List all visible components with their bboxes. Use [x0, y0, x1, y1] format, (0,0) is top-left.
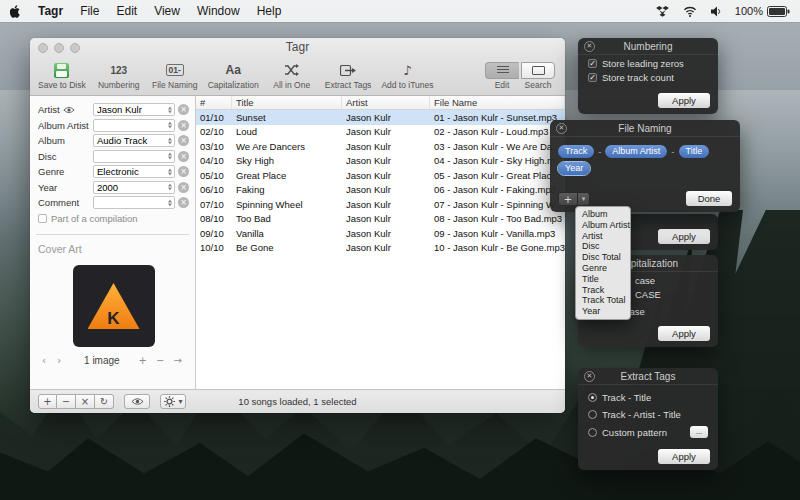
menu-view[interactable]: View [154, 4, 180, 18]
clear-comment-button[interactable]: × [178, 197, 189, 208]
search-segment[interactable] [521, 62, 555, 79]
menu-item-disc[interactable]: Disc [576, 241, 630, 252]
table-row[interactable]: 07/10Spinning WheelJason Kulr07 - Jason … [196, 197, 565, 212]
clear-genre-button[interactable]: × [178, 166, 189, 177]
eye-icon[interactable] [63, 106, 75, 114]
token-title[interactable]: Title [679, 145, 710, 158]
actions-gear-button[interactable]: ▾ [160, 394, 186, 409]
track-title-radio[interactable] [588, 393, 597, 402]
panel-divider [36, 234, 189, 235]
extract-apply-button[interactable]: Apply [658, 449, 710, 464]
remove-songs-button[interactable]: − [57, 394, 76, 409]
token-track[interactable]: Track [558, 145, 594, 158]
table-row[interactable]: 03/10We Are DancersJason Kulr03 - Jason … [196, 139, 565, 154]
add-token-dropdown-icon[interactable]: ▾ [578, 192, 590, 206]
album-combo[interactable]: Audio Track [93, 134, 175, 147]
track-artist-title-radio[interactable] [588, 410, 597, 419]
close-icon[interactable]: ✕ [556, 123, 567, 134]
numbering-button[interactable]: 123 Numbering [96, 62, 142, 90]
album-artist-combo[interactable] [93, 119, 175, 132]
hidden-panel-apply-button[interactable]: Apply [658, 229, 710, 244]
edit-segment[interactable] [485, 62, 519, 79]
table-row[interactable]: 08/10Too BadJason Kulr08 - Jason Kulr - … [196, 212, 565, 227]
preview-eye-button[interactable] [124, 394, 150, 409]
close-button[interactable] [38, 43, 48, 53]
table-row[interactable]: 01/10SunsetJason Kulr01 - Jason Kulr - S… [196, 110, 565, 125]
col-title[interactable]: Title [232, 96, 342, 109]
menu-app-name[interactable]: Tagr [38, 4, 63, 18]
close-icon[interactable]: ✕ [584, 41, 595, 52]
table-row[interactable]: 05/10Great PlaceJason Kulr05 - Jason Kul… [196, 168, 565, 183]
clear-year-button[interactable]: × [178, 182, 189, 193]
done-button[interactable]: Done [686, 191, 732, 206]
extract-tags-button[interactable]: Extract Tags [325, 62, 372, 90]
menu-item-title[interactable]: Title [576, 274, 630, 285]
zoom-button[interactable] [70, 43, 80, 53]
token-album-artist[interactable]: Album Artist [605, 145, 667, 158]
col-artist[interactable]: Artist [342, 96, 430, 109]
all-in-one-button[interactable]: All in One [269, 62, 315, 90]
clear-album-button[interactable]: × [178, 135, 189, 146]
menu-file[interactable]: File [80, 4, 99, 18]
table-row[interactable]: 06/10FakingJason Kulr06 - Jason Kulr - F… [196, 183, 565, 198]
volume-icon[interactable] [711, 6, 723, 17]
clear-album-artist-button[interactable]: × [178, 120, 189, 131]
file-naming-button[interactable]: 01- File Naming [152, 62, 198, 90]
clear-songs-button[interactable]: × [76, 394, 95, 409]
field-row-year: Year 2000 × [38, 181, 189, 194]
artist-combo[interactable]: Jason Kulr [93, 103, 175, 116]
custom-pattern-radio[interactable] [588, 428, 597, 437]
track-count-checkbox[interactable]: ✓ [588, 73, 597, 82]
cover-art-image[interactable]: K [73, 265, 155, 347]
compilation-checkbox[interactable] [38, 214, 47, 223]
save-to-disk-button[interactable]: Save to Disk [38, 62, 86, 90]
minimize-button[interactable] [54, 43, 64, 53]
menu-item-track-total[interactable]: Track Total [576, 295, 630, 306]
clear-disc-button[interactable]: × [178, 151, 189, 162]
menu-item-album[interactable]: Album [576, 209, 630, 220]
capitalization-button[interactable]: Aa Capitalization [208, 62, 259, 90]
title-bar[interactable]: Tagr [30, 38, 565, 56]
table-row[interactable]: 10/10Be GoneJason Kulr10 - Jason Kulr - … [196, 241, 565, 256]
add-token-button[interactable]: + [558, 192, 578, 206]
reload-button[interactable]: ↻ [95, 394, 114, 409]
numbering-apply-button[interactable]: Apply [658, 93, 710, 108]
prev-next-image-buttons[interactable]: ‹ › [42, 355, 65, 366]
token-year[interactable]: Year [558, 162, 590, 175]
close-icon[interactable]: ✕ [584, 371, 595, 382]
col-number[interactable]: # [196, 96, 232, 109]
menu-item-album-artist[interactable]: Album Artist [576, 220, 630, 231]
track-artist-title-option[interactable]: Track - Artist - Title [578, 403, 718, 420]
menu-help[interactable]: Help [257, 4, 282, 18]
col-filename[interactable]: File Name [430, 96, 565, 109]
menu-item-genre[interactable]: Genre [576, 263, 630, 274]
disc-combo[interactable] [93, 150, 175, 163]
genre-combo[interactable]: Electronic [93, 165, 175, 178]
dropbox-icon[interactable] [656, 6, 669, 17]
menu-item-track[interactable]: Track [576, 285, 630, 296]
custom-pattern-more-button[interactable]: ... [690, 426, 708, 438]
numbering-panel: ✕ Numbering ✓ Store leading zeros ✓ Stor… [578, 38, 718, 114]
add-songs-button[interactable]: + [38, 394, 57, 409]
table-row[interactable]: 02/10LoudJason Kulr02 - Jason Kulr - Lou… [196, 125, 565, 140]
capitalization-apply-button[interactable]: Apply [658, 326, 710, 341]
comment-combo[interactable] [93, 196, 175, 209]
wifi-icon[interactable] [683, 6, 697, 17]
track-title-option[interactable]: Track - Title [578, 385, 718, 403]
custom-pattern-option[interactable]: Custom pattern ... [578, 420, 718, 438]
table-row[interactable]: 09/10VanillaJason Kulr09 - Jason Kulr - … [196, 226, 565, 241]
menu-item-year[interactable]: Year [576, 306, 630, 317]
add-to-itunes-button[interactable]: ♪ Add to iTunes [381, 62, 433, 90]
token-field[interactable]: Track - Album Artist - Title Year [550, 137, 740, 175]
battery-icon[interactable] [767, 6, 790, 17]
apple-menu-icon[interactable] [10, 5, 21, 18]
menu-window[interactable]: Window [197, 4, 240, 18]
menu-edit[interactable]: Edit [116, 4, 137, 18]
leading-zeros-checkbox[interactable]: ✓ [588, 59, 597, 68]
year-combo[interactable]: 2000 [93, 181, 175, 194]
menu-item-disc-total[interactable]: Disc Total [576, 252, 630, 263]
menu-item-artist[interactable]: Artist [576, 231, 630, 242]
add-remove-image-buttons[interactable]: + − → [139, 355, 186, 366]
clear-artist-button[interactable]: × [178, 104, 189, 115]
table-row[interactable]: 04/10Sky HighJason Kulr04 - Jason Kulr -… [196, 154, 565, 169]
